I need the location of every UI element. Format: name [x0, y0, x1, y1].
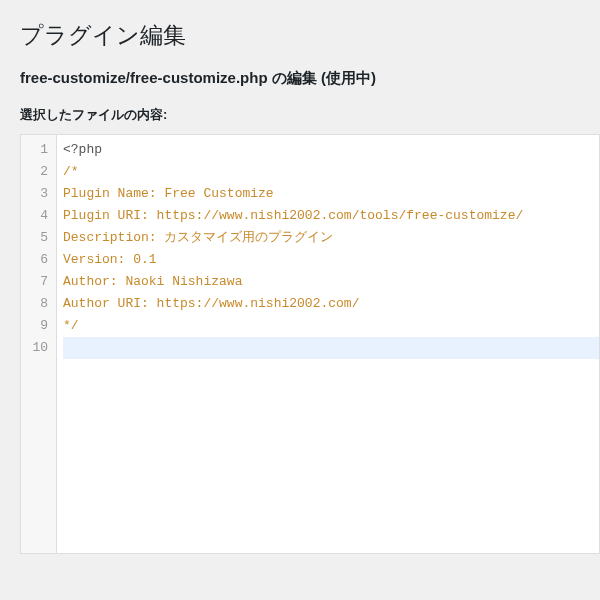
code-line[interactable]: /* [63, 161, 599, 183]
code-area[interactable]: <?php/*Plugin Name: Free CustomizePlugin… [57, 135, 599, 553]
page-title: プラグイン編集 [20, 20, 600, 51]
code-line[interactable]: Plugin URI: https://www.nishi2002.com/to… [63, 205, 599, 227]
line-number: 10 [25, 337, 48, 359]
line-number: 7 [25, 271, 48, 293]
code-line[interactable]: Description: カスタマイズ用のプラグイン [63, 227, 599, 249]
file-heading: free-customize/free-customize.php の編集 (使… [20, 69, 600, 88]
line-number: 2 [25, 161, 48, 183]
code-line[interactable]: Version: 0.1 [63, 249, 599, 271]
line-number: 8 [25, 293, 48, 315]
line-number: 9 [25, 315, 48, 337]
code-editor[interactable]: 12345678910 <?php/*Plugin Name: Free Cus… [20, 134, 600, 554]
line-number: 6 [25, 249, 48, 271]
line-number: 3 [25, 183, 48, 205]
code-line[interactable]: Author URI: https://www.nishi2002.com/ [63, 293, 599, 315]
code-line[interactable]: Plugin Name: Free Customize [63, 183, 599, 205]
code-line[interactable]: <?php [63, 139, 599, 161]
code-line[interactable]: Author: Naoki Nishizawa [63, 271, 599, 293]
code-line[interactable] [63, 337, 599, 359]
line-number: 4 [25, 205, 48, 227]
line-number: 1 [25, 139, 48, 161]
line-number: 5 [25, 227, 48, 249]
line-number-gutter: 12345678910 [21, 135, 57, 553]
content-label: 選択したファイルの内容: [20, 106, 600, 124]
code-line[interactable]: */ [63, 315, 599, 337]
